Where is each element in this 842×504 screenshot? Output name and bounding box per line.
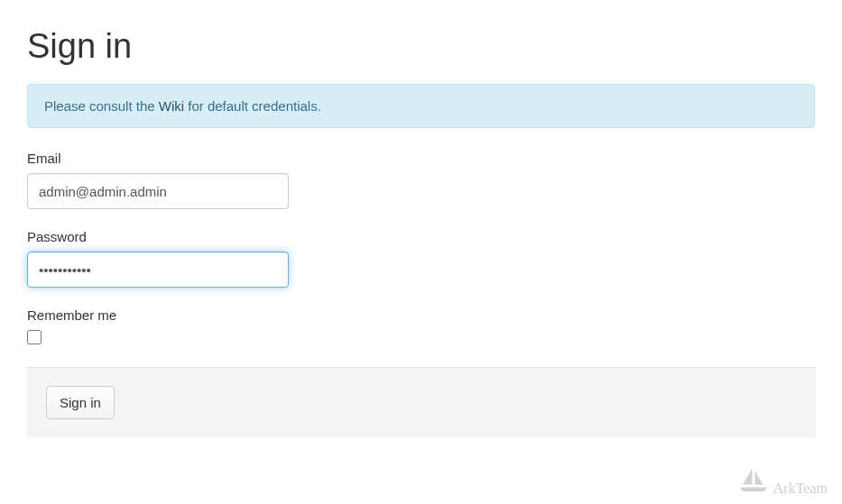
remember-checkbox[interactable] [27, 330, 42, 344]
email-field[interactable] [27, 173, 289, 209]
alert-prefix: Please consult the [44, 98, 159, 114]
password-field[interactable] [27, 252, 289, 288]
sailboat-icon [737, 464, 770, 497]
wiki-link[interactable]: Wiki [159, 98, 184, 114]
watermark-text: ArkTeam [773, 481, 828, 497]
password-group: Password [27, 229, 815, 288]
remember-group: Remember me [27, 307, 815, 347]
page-title: Sign in [27, 27, 815, 66]
info-alert: Please consult the Wiki for default cred… [27, 84, 815, 128]
form-actions: Sign in [26, 367, 816, 437]
watermark: ArkTeam [737, 464, 828, 497]
email-label: Email [27, 151, 815, 166]
remember-label: Remember me [27, 307, 815, 323]
password-label: Password [27, 229, 815, 244]
alert-suffix: for default credentials. [184, 98, 321, 114]
signin-button[interactable]: Sign in [46, 386, 115, 419]
remember-checkbox-wrapper [27, 330, 815, 347]
email-group: Email [27, 151, 815, 209]
signin-container: Sign in Please consult the Wiki for defa… [0, 0, 842, 455]
